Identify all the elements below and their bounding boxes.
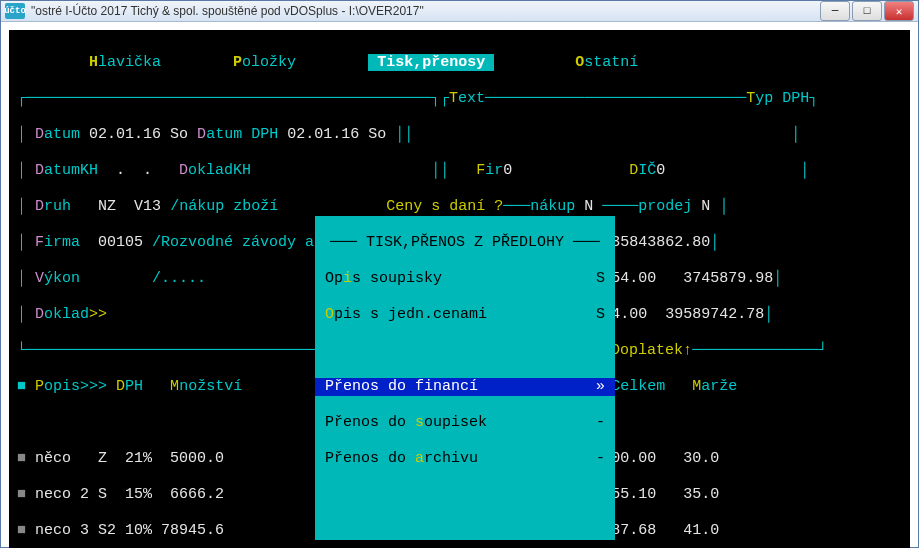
popup-item-prenos-soupisek[interactable]: Přenos do soupisek-	[315, 414, 615, 432]
app-window: účto "ostré I-Účto 2017 Tichý & spol. sp…	[0, 0, 919, 548]
maximize-button[interactable]: □	[852, 1, 882, 21]
close-button[interactable]: ✕	[884, 1, 914, 21]
popup-item-opis-cenami[interactable]: Opis s jedn.cenamiS	[315, 306, 615, 324]
box-top: ┌───────────────────────────────────────…	[17, 90, 902, 108]
popup-item-prenos-archivu[interactable]: Přenos do archivu-	[315, 450, 615, 468]
tab-bar: Hlavička Položky Tisk,přenosy Ostatní	[17, 54, 902, 72]
popup-title: ─── TISK,PŘENOS Z PŘEDLOHY ───	[315, 234, 615, 252]
titlebar[interactable]: účto "ostré I-Účto 2017 Tichý & spol. sp…	[1, 1, 918, 22]
line-datum: │ Datum 02.01.16 So Datum DPH 02.01.16 S…	[17, 126, 902, 144]
popup-menu: ─── TISK,PŘENOS Z PŘEDLOHY ─── Opis soup…	[315, 216, 615, 540]
line-datumkh: │ DatumKH . . DokladKH ││ Fir0 DIČ0 │	[17, 162, 902, 180]
app-icon: účto	[5, 3, 25, 19]
minimize-button[interactable]: ─	[820, 1, 850, 21]
terminal: Hlavička Položky Tisk,přenosy Ostatní ┌─…	[9, 30, 910, 548]
tab-ostatni[interactable]: Ostatní	[575, 54, 638, 71]
tab-hlavicka[interactable]: Hlavička	[89, 54, 161, 71]
popup-item-prenos-financi[interactable]: Přenos do financí»	[315, 378, 615, 396]
tab-polozky[interactable]: Položky	[233, 54, 296, 71]
popup-item-opis-soupisky[interactable]: Opis soupiskyS	[315, 270, 615, 288]
line-druh: │ Druh NZ V13 /nákup zboží Ceny s daní ?…	[17, 198, 902, 216]
tab-tisk-prenosy[interactable]: Tisk,přenosy	[368, 54, 494, 71]
window-title: "ostré I-Účto 2017 Tichý & spol. spouště…	[31, 4, 820, 18]
